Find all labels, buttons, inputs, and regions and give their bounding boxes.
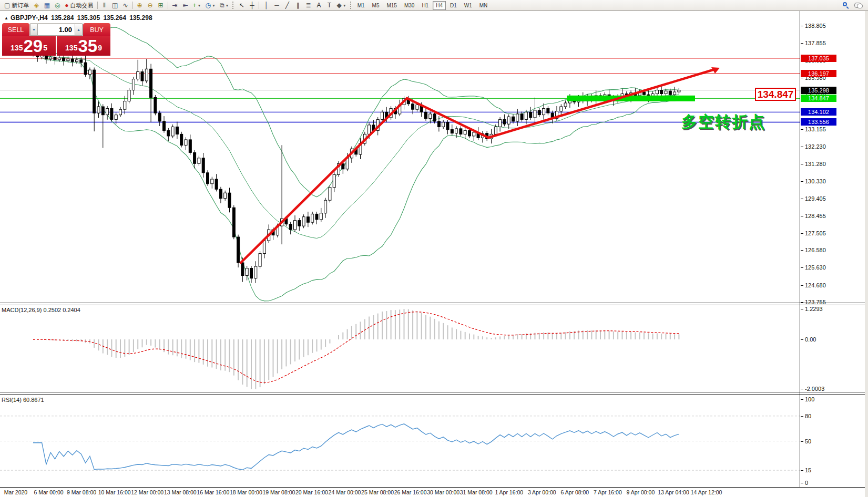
text-icon: A bbox=[316, 2, 321, 9]
vertical-line-icon: │ bbox=[264, 2, 269, 9]
trendline-button[interactable]: ╱ bbox=[282, 1, 292, 10]
new-order-button-label: 新订单 bbox=[12, 2, 29, 9]
toolbar-separator bbox=[259, 2, 259, 9]
timeframe-button-m5[interactable]: M5 bbox=[369, 1, 383, 10]
new-order-button[interactable]: ▢新订单 bbox=[2, 1, 31, 10]
chart-shift-icon[interactable]: ⇤ bbox=[180, 1, 191, 10]
text-button[interactable]: A bbox=[313, 1, 324, 10]
add-indicator-button[interactable]: +▼ bbox=[191, 1, 203, 10]
axis-tick-label: 127.505 bbox=[801, 230, 826, 236]
tile-windows-icon: ⊞ bbox=[158, 2, 164, 9]
data-window-icon: ▦ bbox=[44, 2, 50, 9]
zoom-in-icon[interactable]: ⊕ bbox=[135, 1, 145, 10]
tile-windows-icon[interactable]: ⊞ bbox=[156, 1, 166, 10]
axis-tick-label: 125.630 bbox=[801, 264, 826, 271]
chevron-down-icon[interactable]: ▼ bbox=[226, 4, 229, 7]
sell-price[interactable]: 135 29 5 bbox=[2, 36, 56, 56]
templates-button[interactable]: ⧉▼ bbox=[218, 1, 231, 10]
lot-increase-button[interactable]: ▲ bbox=[75, 24, 83, 36]
sell-price-pips: 29 bbox=[23, 37, 43, 55]
zoom-in-icon: ⊕ bbox=[137, 2, 142, 9]
horizontal-line-button[interactable]: ─ bbox=[271, 1, 282, 10]
axis-tick-label: 131.280 bbox=[801, 161, 826, 167]
main-toolbar: ▢新订单◈▦◎●自动交易‖◫∿⊕⊖⊞⇥⇤+▼◷▼⧉▼↖┼│─╱∥≣AT◆▼M1M… bbox=[0, 0, 868, 11]
cursor-button[interactable]: ↖ bbox=[236, 1, 247, 10]
time-axis-label: 3 Apr 00:00 bbox=[528, 489, 556, 495]
rsi-pane-splitter[interactable] bbox=[0, 392, 868, 395]
timeframe-button-w1[interactable]: W1 bbox=[461, 1, 475, 10]
axis-tick-label: 132.230 bbox=[801, 143, 826, 150]
search-icon[interactable] bbox=[843, 2, 849, 8]
macd-indicator-label: MACD(12,26,9) 0.2502 0.2404 bbox=[2, 307, 80, 313]
autotrading-button[interactable]: ●自动交易 bbox=[63, 1, 95, 10]
support-price-callout[interactable]: 134.847 bbox=[755, 88, 796, 101]
time-axis-label: 1 Apr 16:00 bbox=[495, 489, 523, 495]
vertical-line-button[interactable]: │ bbox=[261, 1, 271, 10]
toolbar-separator bbox=[168, 2, 168, 9]
arrows-button[interactable]: ◆▼ bbox=[334, 1, 348, 10]
candlestick-chart-icon[interactable]: ◫ bbox=[110, 1, 120, 10]
auto-scroll-icon[interactable]: ⇥ bbox=[170, 1, 180, 10]
axis-tick-label: 0 bbox=[801, 480, 808, 486]
time-axis-label: 18 Mar 00:00 bbox=[230, 489, 262, 495]
toolbar-grip[interactable] bbox=[232, 2, 234, 9]
equidistant-channel-button[interactable]: ∥ bbox=[292, 1, 303, 10]
price-line-label: 134.102 bbox=[801, 108, 836, 116]
timeframe-button-mn[interactable]: MN bbox=[476, 1, 491, 10]
metatrader-window: ▢新订单◈▦◎●自动交易‖◫∿⊕⊖⊞⇥⇤+▼◷▼⧉▼↖┼│─╱∥≣AT◆▼M1M… bbox=[0, 0, 868, 497]
time-axis-label: 19 Mar 08:00 bbox=[262, 489, 295, 495]
fibonacci-icon: ≣ bbox=[305, 2, 311, 9]
macd-pane-splitter[interactable] bbox=[0, 303, 868, 305]
buy-button[interactable]: BUY bbox=[83, 23, 110, 36]
templates-icon: ⧉ bbox=[220, 2, 224, 9]
timeframe-button-d1[interactable]: D1 bbox=[447, 1, 460, 10]
lot-size-input[interactable] bbox=[38, 24, 75, 36]
time-axis-label: 12 Mar 00:00 bbox=[131, 489, 164, 495]
price-axis-border bbox=[800, 11, 800, 487]
chevron-down-icon[interactable]: ▼ bbox=[343, 4, 346, 7]
zoom-out-icon[interactable]: ⊖ bbox=[145, 1, 156, 10]
fibonacci-button[interactable]: ≣ bbox=[303, 1, 313, 10]
timeframe-button-m15[interactable]: M15 bbox=[383, 1, 400, 10]
lot-decrease-button[interactable]: ▼ bbox=[30, 24, 38, 36]
time-axis-label: 13 Mar 08:00 bbox=[164, 489, 197, 495]
toolbar-grip[interactable] bbox=[350, 2, 352, 9]
text-label-button[interactable]: T bbox=[324, 1, 334, 10]
price-line-label: 134.847 bbox=[801, 95, 836, 102]
timeframe-button-h4[interactable]: H4 bbox=[433, 1, 446, 10]
periods-icon: ◷ bbox=[206, 2, 211, 9]
sell-price-point: 5 bbox=[43, 36, 47, 59]
axis-tick-label: 80 bbox=[801, 413, 811, 419]
axis-tick-label: -2.0003 bbox=[801, 386, 824, 392]
chevron-down-icon[interactable]: ▼ bbox=[212, 4, 216, 7]
sell-button[interactable]: SELL bbox=[2, 23, 29, 36]
price-line-label: 136.197 bbox=[801, 70, 836, 77]
axis-tick-label: 0.00 bbox=[801, 336, 816, 343]
axis-tick-label: 138.805 bbox=[801, 23, 826, 29]
axis-tick-label: 100 bbox=[801, 396, 814, 402]
chart-canvas[interactable] bbox=[0, 0, 868, 497]
bar-chart-icon: ‖ bbox=[103, 2, 106, 9]
price-line-label: 133.556 bbox=[801, 118, 836, 126]
axis-tick-label: 124.680 bbox=[801, 282, 826, 288]
pivot-point-annotation[interactable]: 多空转折点 bbox=[681, 111, 765, 133]
symbol-name: GBPJPY-,H4 bbox=[11, 14, 48, 22]
bar-low: 135.264 bbox=[103, 14, 126, 22]
bar-chart-icon[interactable]: ‖ bbox=[99, 1, 110, 10]
timeframe-button-m1[interactable]: M1 bbox=[354, 1, 368, 10]
community-chat-icon[interactable] bbox=[854, 3, 862, 8]
crosshair-button[interactable]: ┼ bbox=[247, 1, 257, 10]
periods-button[interactable]: ◷▼ bbox=[203, 1, 218, 10]
buy-price[interactable]: 135 35 9 bbox=[57, 36, 110, 56]
chevron-down-icon[interactable]: ▼ bbox=[198, 4, 201, 7]
market-watch-icon[interactable]: ◈ bbox=[31, 1, 42, 10]
buy-price-figure: 135 bbox=[65, 41, 77, 55]
navigator-icon[interactable]: ◎ bbox=[52, 1, 63, 10]
timeframe-button-m30[interactable]: M30 bbox=[401, 1, 417, 10]
chart-symbol-header: ▲GBPJPY-,H4 135.284 135.305 135.264 135.… bbox=[4, 14, 154, 22]
cursor-icon: ↖ bbox=[239, 2, 244, 9]
one-click-trading-panel: SELL ▼ ▲ BUY 135 29 5 135 35 9 bbox=[2, 23, 110, 56]
line-chart-icon[interactable]: ∿ bbox=[120, 1, 131, 10]
timeframe-button-h1[interactable]: H1 bbox=[418, 1, 432, 10]
data-window-icon[interactable]: ▦ bbox=[42, 1, 52, 10]
